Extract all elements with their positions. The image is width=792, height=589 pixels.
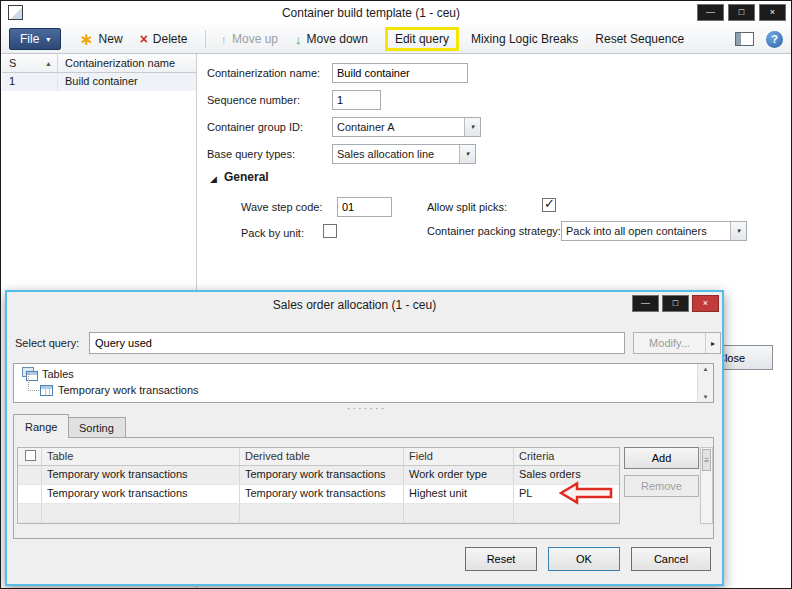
scroll-down-icon: ▼ [698,394,713,400]
main-window: Container build template (1 - ceu) — □ ×… [0,0,792,589]
column-header-containerization-name[interactable]: Containerization name [58,54,196,72]
minimize-button[interactable]: — [697,4,724,21]
app-icon [8,5,23,20]
help-glyph: ? [771,33,778,45]
table-row[interactable]: Temporary work transactions Temporary wo… [18,485,619,504]
dialog-maximize-button[interactable]: □ [662,295,689,312]
allow-split-picks-checkbox[interactable]: ✓ [542,198,556,212]
general-section-title[interactable]: General [224,170,269,184]
base-query-types-combobox[interactable]: Sales allocation line ▾ [332,144,476,164]
grid-scrollbar[interactable]: ≡ [700,447,713,524]
tab-sorting[interactable]: Sorting [67,417,126,437]
wave-step-code-field[interactable] [337,197,392,217]
edit-query-button[interactable]: Edit query [385,27,459,51]
sequence-number-label: Sequence number: [207,94,300,106]
dropdown-button[interactable]: ▾ [459,145,475,163]
containerization-name-field[interactable] [332,63,468,83]
query-structure-tree: Tables Temporary work transactions ▲ ▼ [13,363,714,403]
menu-arrow-icon: ▸ [705,333,720,353]
select-all-checkbox[interactable] [25,450,36,461]
cell-empty[interactable] [240,504,404,522]
cell-name: Build container [58,73,196,91]
select-query-label: Select query: [15,337,79,349]
close-icon: × [703,299,708,308]
arrow-up-icon: ↑ [221,33,228,46]
toolbar: File ▾ ∗ New × Delete ↑ Move up ↓ Move d… [1,25,791,54]
container-group-value: Container A [333,121,464,133]
scrollbar-thumb[interactable]: ≡ [702,449,711,471]
annotation-arrow-icon [559,481,613,505]
pack-by-unit-checkbox[interactable]: ✓ [323,224,337,238]
sort-ascending-icon: ▲ [45,60,52,67]
cancel-button[interactable]: Cancel [631,547,711,571]
cell-field[interactable]: Work order type [404,466,514,484]
row-select-cell[interactable] [18,504,42,522]
cell-empty[interactable] [514,504,619,522]
new-button[interactable]: ∗ New [79,31,122,48]
sequence-number-field[interactable] [332,90,381,110]
column-header-table[interactable]: Table [42,448,240,465]
section-expander-icon[interactable]: ◢ [210,174,217,184]
cell-derived-table[interactable]: Temporary work transactions [240,485,404,503]
layout-pane-icon[interactable] [735,32,754,46]
dialog-close-button[interactable]: × [692,295,719,312]
cell-table[interactable]: Temporary work transactions [42,485,240,503]
criteria-grid: Table Derived table Field Criteria Tempo… [17,447,620,524]
move-down-button[interactable]: ↓ Move down [295,32,368,46]
chevron-down-icon: ▾ [737,227,741,235]
row-select-cell[interactable] [18,466,42,484]
close-button[interactable]: × [759,4,786,21]
cell-table[interactable]: Temporary work transactions [42,466,240,484]
cell-derived-table[interactable]: Temporary work transactions [240,466,404,484]
mixing-logic-breaks-button[interactable]: Mixing Logic Breaks [471,32,578,46]
container-packing-strategy-combobox[interactable]: Pack into all open containers ▾ [561,221,747,241]
move-up-button[interactable]: ↑ Move up [221,32,279,46]
column-header-s[interactable]: S ▲ [2,54,58,72]
container-group-combobox[interactable]: Container A ▾ [332,117,481,137]
table-row-empty[interactable] [18,504,619,523]
delete-button-label: Delete [153,32,188,46]
dialog-window-controls: — □ × [632,295,719,312]
arrow-down-icon: ↓ [295,33,302,46]
select-query-field[interactable] [89,332,625,354]
maximize-icon: □ [739,8,744,17]
splitter-handle[interactable]: ······· [307,404,426,412]
cell-field[interactable]: Highest unit [404,485,514,503]
file-menu-button[interactable]: File ▾ [9,28,61,50]
reset-sequence-button[interactable]: Reset Sequence [595,32,684,46]
new-icon: ∗ [79,31,93,48]
minimize-icon: — [706,8,715,17]
move-down-button-label: Move down [307,32,368,46]
table-row[interactable]: Temporary work transactions Temporary wo… [18,466,619,485]
checkmark-icon: ✓ [544,196,555,211]
delete-icon: × [140,32,148,46]
cell-empty[interactable] [42,504,240,522]
ok-button[interactable]: OK [548,547,620,571]
minimize-icon: — [641,299,650,308]
tab-range[interactable]: Range [13,414,69,438]
containerization-name-label: Containerization name: [207,67,320,79]
remove-button[interactable]: Remove [624,475,699,497]
dropdown-button[interactable]: ▾ [464,118,480,136]
help-icon[interactable]: ? [766,31,783,48]
column-header-derived-table[interactable]: Derived table [240,448,404,465]
maximize-icon: □ [673,299,678,308]
maximize-button[interactable]: □ [728,4,755,21]
modify-button[interactable]: Modify... ▸ [633,332,721,354]
tree-scrollbar[interactable]: ▲ ▼ [697,364,713,402]
column-header-criteria[interactable]: Criteria [514,448,619,465]
row-select-cell[interactable] [18,485,42,503]
close-icon: × [770,8,775,17]
cell-empty[interactable] [404,504,514,522]
modify-button-label: Modify... [634,337,705,349]
window-controls: — □ × [697,4,786,21]
pack-by-unit-label: Pack by unit: [241,227,304,239]
dialog-minimize-button[interactable]: — [632,295,659,312]
tree-item-temporary-work-transactions[interactable]: Temporary work transactions [40,384,199,396]
table-row[interactable]: 1 Build container [2,73,196,91]
column-header-field[interactable]: Field [404,448,514,465]
dropdown-button[interactable]: ▾ [730,222,746,240]
delete-button[interactable]: × Delete [140,32,188,46]
add-button[interactable]: Add [624,447,699,469]
reset-button[interactable]: Reset [465,547,537,571]
